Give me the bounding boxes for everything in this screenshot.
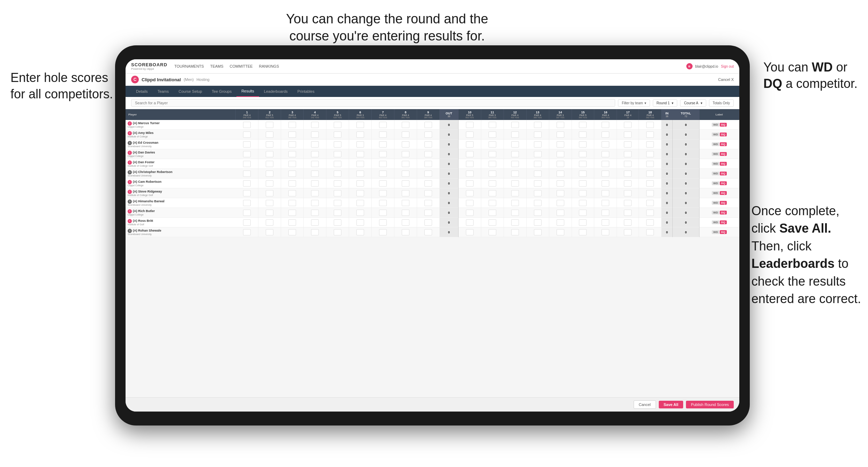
score-input-hole-4[interactable] (311, 131, 319, 138)
score-input-hole-6[interactable] (356, 141, 364, 148)
wd-button[interactable]: WD (712, 172, 719, 175)
dq-button[interactable]: DQ (720, 211, 727, 214)
score-input-hole-2[interactable] (266, 151, 273, 157)
dq-button[interactable]: DQ (720, 191, 727, 195)
score-input-hole-11[interactable] (489, 131, 496, 138)
score-input-hole-7[interactable] (379, 210, 387, 216)
score-input-hole-6[interactable] (356, 210, 364, 216)
score-input-hole-4[interactable] (311, 229, 319, 235)
score-input-hole-13[interactable] (534, 200, 542, 206)
score-input-hole-4[interactable] (311, 190, 319, 196)
score-input-hole-13[interactable] (534, 210, 542, 216)
score-input-hole-17[interactable] (624, 219, 632, 226)
score-input-hole-12[interactable] (511, 229, 519, 235)
score-input-hole-12[interactable] (511, 200, 519, 206)
score-input-hole-17[interactable] (624, 190, 632, 196)
score-input-hole-16[interactable] (602, 219, 609, 226)
score-input-hole-15[interactable] (579, 219, 587, 226)
score-input-hole-11[interactable] (489, 219, 496, 226)
score-input-hole-16[interactable] (602, 131, 609, 138)
score-input-hole-14[interactable] (557, 122, 564, 128)
score-input-hole-2[interactable] (266, 190, 273, 196)
score-input-hole-15[interactable] (579, 210, 587, 216)
score-input-hole-4[interactable] (311, 200, 319, 206)
score-input-hole-17[interactable] (624, 122, 632, 128)
score-input-hole-5[interactable] (334, 151, 341, 157)
score-input-hole-17[interactable] (624, 161, 632, 167)
score-input-hole-6[interactable] (356, 200, 364, 206)
score-input-hole-11[interactable] (489, 161, 496, 167)
score-input-hole-8[interactable] (402, 219, 409, 226)
score-input-hole-16[interactable] (602, 141, 609, 148)
dq-button[interactable]: DQ (720, 181, 727, 185)
dq-button[interactable]: DQ (720, 201, 727, 205)
score-input-hole-5[interactable] (334, 171, 341, 177)
score-input-hole-5[interactable] (334, 131, 341, 138)
score-input-hole-11[interactable] (489, 122, 496, 128)
score-input-hole-15[interactable] (579, 200, 587, 206)
score-input-hole-13[interactable] (534, 122, 542, 128)
score-input-hole-1[interactable] (243, 171, 251, 177)
score-input-hole-18[interactable] (646, 131, 654, 138)
score-input-hole-7[interactable] (379, 171, 387, 177)
publish-button[interactable]: Publish Round Scores (686, 401, 734, 408)
wd-button[interactable]: WD (712, 162, 719, 166)
sign-out-link[interactable]: Sign out (721, 65, 734, 68)
score-input-hole-5[interactable] (334, 190, 341, 196)
score-input-hole-17[interactable] (624, 141, 632, 148)
score-input-hole-18[interactable] (646, 180, 654, 187)
score-input-hole-4[interactable] (311, 141, 319, 148)
score-input-hole-14[interactable] (557, 180, 564, 187)
score-input-hole-2[interactable] (266, 200, 273, 206)
score-input-hole-2[interactable] (266, 171, 273, 177)
score-input-hole-18[interactable] (646, 161, 654, 167)
score-input-hole-3[interactable] (288, 200, 296, 206)
score-input-hole-15[interactable] (579, 171, 587, 177)
score-input-hole-12[interactable] (511, 141, 519, 148)
wd-button[interactable]: WD (712, 201, 719, 205)
totals-only-button[interactable]: Totals Only (709, 99, 734, 107)
nav-tournaments[interactable]: TOURNAMENTS (174, 64, 204, 68)
filter-team-button[interactable]: Filter by team ▾ (618, 99, 650, 107)
score-input-hole-3[interactable] (288, 131, 296, 138)
score-input-hole-1[interactable] (243, 122, 251, 128)
score-input-hole-6[interactable] (356, 122, 364, 128)
score-input-hole-5[interactable] (334, 200, 341, 206)
score-input-hole-18[interactable] (646, 190, 654, 196)
score-input-hole-4[interactable] (311, 210, 319, 216)
score-input-hole-3[interactable] (288, 229, 296, 235)
wd-button[interactable]: WD (712, 211, 719, 214)
score-input-hole-7[interactable] (379, 122, 387, 128)
score-input-hole-10[interactable] (466, 180, 474, 187)
score-input-hole-3[interactable] (288, 190, 296, 196)
nav-teams[interactable]: TEAMS (210, 64, 224, 68)
score-input-hole-17[interactable] (624, 210, 632, 216)
dq-button[interactable]: DQ (720, 220, 727, 224)
score-input-hole-15[interactable] (579, 122, 587, 128)
score-input-hole-15[interactable] (579, 151, 587, 157)
score-input-hole-12[interactable] (511, 190, 519, 196)
score-input-hole-17[interactable] (624, 229, 632, 235)
score-input-hole-14[interactable] (557, 161, 564, 167)
score-input-hole-17[interactable] (624, 200, 632, 206)
score-input-hole-8[interactable] (402, 210, 409, 216)
score-input-hole-14[interactable] (557, 190, 564, 196)
score-input-hole-7[interactable] (379, 200, 387, 206)
score-input-hole-8[interactable] (402, 131, 409, 138)
score-input-hole-2[interactable] (266, 122, 273, 128)
score-input-hole-4[interactable] (311, 171, 319, 177)
score-input-hole-1[interactable] (243, 219, 251, 226)
score-input-hole-12[interactable] (511, 180, 519, 187)
score-input-hole-5[interactable] (334, 219, 341, 226)
score-input-hole-3[interactable] (288, 180, 296, 187)
score-input-hole-1[interactable] (243, 151, 251, 157)
score-input-hole-14[interactable] (557, 141, 564, 148)
score-input-hole-17[interactable] (624, 171, 632, 177)
score-input-hole-12[interactable] (511, 210, 519, 216)
score-input-hole-10[interactable] (466, 122, 474, 128)
score-input-hole-12[interactable] (511, 151, 519, 157)
score-input-hole-18[interactable] (646, 210, 654, 216)
score-input-hole-3[interactable] (288, 210, 296, 216)
score-input-hole-5[interactable] (334, 161, 341, 167)
wd-button[interactable]: WD (712, 152, 719, 156)
